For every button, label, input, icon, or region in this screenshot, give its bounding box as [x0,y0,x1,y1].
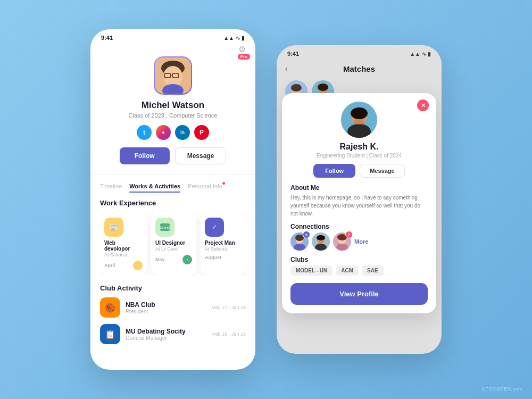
svg-point-16 [318,84,328,91]
work-arrow-1[interactable]: › [133,261,143,270]
clubs-title: Clubs [290,256,428,263]
tab-personal-info[interactable]: Personal Info [188,181,222,192]
connections-title: Connections [290,223,428,230]
work-cards: 📰 Web devolopor At Sekorra April › brand… [100,212,246,276]
club-date-1: May 17 - Jan 18 [211,305,246,310]
settings-icon[interactable]: ⚙ [100,44,246,54]
work-title-1: Web devolopor [104,240,143,252]
matches-header: ‹ Matches [277,60,442,80]
club-item-1: 🏀 NBA Club President May 17 - Jan 18 [100,297,246,318]
connections-row: 5 [290,232,428,251]
work-arrow-2[interactable]: › [182,255,192,264]
right-signal-icon: ▲▲ [410,51,420,57]
club-tag-1: MODEL - UN [290,265,332,276]
club-name-2: MU Debating Socity [126,328,207,335]
left-phone: 9:41 ▲▲ ∿ ▮ ⚙ [90,29,255,370]
more-link[interactable]: More [354,238,368,245]
right-status-icons: ▲▲ ∿ ▮ [410,51,431,57]
work-month-1: April [104,263,115,268]
work-sub-1: At Sekorra [104,252,143,257]
work-title-2: UI Designor [155,240,192,246]
card-actions: Follow Message [290,164,428,178]
clubs-row: MODEL - UN ACM SAE [290,265,428,276]
work-icon-2: brand [155,218,174,237]
work-icon-1: 📰 [104,218,123,237]
club-name-1: NBA Club [126,301,206,309]
follow-button[interactable]: Follow [120,147,170,164]
work-experience-title: Work Experience [100,199,246,207]
svg-text:brand: brand [160,226,170,229]
card-subtitle: Engineering Student | Class of 2024 [290,153,428,159]
club-icon-2: 📋 [100,324,120,344]
svg-point-20 [351,107,368,119]
connection-2[interactable] [312,232,330,251]
club-activity-title: Club Activity [100,284,246,292]
profile-card: ✕ Rajesh K. Engineering Student | Class … [282,93,436,313]
instagram-icon[interactable]: ● [156,125,171,140]
profile-subtitle: Class of 2023 , Computer Science [100,112,246,119]
right-battery-icon: ▮ [428,51,431,57]
svg-point-21 [354,119,364,125]
about-text: Hey, this is my homepage, so I have to s… [290,194,428,218]
right-phone: 9:41 ▲▲ ∿ ▮ ‹ Matches [277,45,442,354]
work-title-3: Project Man [205,240,242,246]
svg-point-12 [291,84,302,92]
work-sub-2: At UI Care [155,246,192,252]
club-role-1: President [126,309,206,314]
club-item-2: 📋 MU Debating Socity General Manager Feb… [100,324,246,344]
club-icon-1: 🏀 [100,297,120,318]
connection-3[interactable]: 2 [333,232,351,251]
right-status-bar: 9:41 ▲▲ ∿ ▮ [277,45,442,60]
work-icon-3: ✓ [205,218,224,237]
connection-badge-3: 2 [345,231,353,238]
pro-badge: Pro [238,54,250,60]
club-role-2: General Manager [126,335,207,341]
right-wifi-icon: ∿ [422,51,426,57]
avatar [154,56,192,95]
watermark: ©TOCOPEN.com [482,386,522,392]
view-profile-button[interactable]: View Profile [290,283,428,305]
about-title: About Me [290,184,428,192]
left-time: 9:41 [101,35,113,41]
work-sub-3: At Sekorra [205,246,242,252]
message-button[interactable]: Message [175,147,227,164]
card-message-button[interactable]: Message [360,164,404,178]
divider [90,174,255,174]
tab-works-activities[interactable]: Works & Activities [129,181,180,192]
avatar-wrap: Pro [100,56,246,95]
card-name: Rajesh K. [290,142,428,152]
right-time: 9:41 [287,51,299,57]
action-buttons: Follow Message [100,147,246,164]
club-info-2: MU Debating Socity General Manager [126,328,207,341]
left-content: ⚙ [90,44,255,368]
work-month-3: August [205,255,221,260]
pinterest-icon[interactable]: P [194,125,209,140]
work-card-2: brand UI Designor At UI Care May › [151,212,196,276]
linkedin-icon[interactable]: in [175,125,190,140]
connection-1[interactable]: 5 [290,232,309,251]
close-button[interactable]: ✕ [417,99,429,111]
tab-timeline[interactable]: Timeline [100,181,122,192]
notification-dot [222,182,225,185]
avatar-face [155,57,191,94]
club-tag-3: SAE [362,265,384,276]
work-month-2: May [155,257,165,262]
back-button[interactable]: ‹ [285,64,288,73]
svg-point-29 [317,235,325,240]
work-card-3: ✓ Project Man At Sekorra August [201,212,246,276]
left-status-icons: ▲▲ ∿ ▮ [223,35,245,41]
club-info-1: NBA Club President [126,301,206,314]
matches-title: Matches [343,64,375,73]
social-icons: t ● in P [100,125,246,140]
profile-name: Michel Watson [100,100,246,111]
club-tag-2: ACM [336,265,359,276]
wifi-icon: ∿ [236,35,240,41]
battery-icon: ▮ [242,35,245,41]
card-follow-button[interactable]: Follow [313,164,355,178]
connection-badge-1: 5 [303,231,310,238]
left-status-bar: 9:41 ▲▲ ∿ ▮ [90,29,255,44]
work-card-1: 📰 Web devolopor At Sekorra April › [100,212,147,276]
signal-icon: ▲▲ [223,35,234,41]
twitter-icon[interactable]: t [137,125,152,140]
tabs: Timeline Works & Activities Personal Inf… [100,181,246,192]
